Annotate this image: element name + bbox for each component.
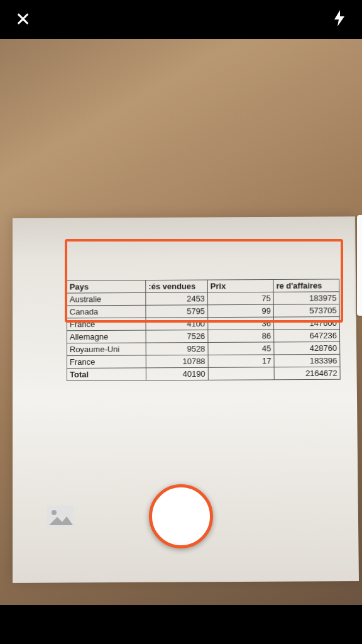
gallery-button[interactable] bbox=[45, 504, 75, 528]
top-bar: ✕ bbox=[0, 0, 362, 39]
table-header-row: Pays :és vendues Prix re d'affaires bbox=[67, 279, 339, 293]
camera-viewport: Pays :és vendues Prix re d'affaires Aust… bbox=[0, 39, 362, 605]
camera-controls bbox=[0, 482, 362, 551]
image-icon bbox=[45, 504, 75, 528]
close-icon[interactable]: ✕ bbox=[15, 10, 31, 29]
col-header-rev: re d'affaires bbox=[273, 279, 339, 292]
table-row: France 4100 36 147600 bbox=[67, 317, 339, 331]
table-row: Royaume-Uni 9528 45 428760 bbox=[67, 341, 339, 355]
data-table: Pays :és vendues Prix re d'affaires Aust… bbox=[67, 279, 341, 381]
shutter-button[interactable] bbox=[149, 484, 213, 548]
bottom-bar bbox=[0, 605, 362, 644]
col-header-qty: :és vendues bbox=[146, 280, 208, 292]
side-panel-handle[interactable] bbox=[357, 215, 362, 316]
table-row: Australie 2453 75 183975 bbox=[67, 292, 339, 306]
svg-marker-0 bbox=[334, 10, 344, 26]
table-row: Allemagne 7526 86 647236 bbox=[67, 329, 339, 343]
data-table-wrap: Pays :és vendues Prix re d'affaires Aust… bbox=[67, 279, 341, 381]
svg-point-2 bbox=[52, 510, 57, 515]
col-header-pays: Pays bbox=[67, 280, 146, 294]
table-row: Canada 5795 99 573705 bbox=[67, 304, 339, 318]
table-total-row: Total 40190 2164672 bbox=[67, 367, 340, 380]
flash-icon[interactable] bbox=[332, 9, 347, 30]
col-header-prix: Prix bbox=[207, 279, 273, 292]
table-row: France 10788 17 183396 bbox=[67, 354, 340, 368]
lightning-bolt-icon bbox=[332, 9, 347, 27]
